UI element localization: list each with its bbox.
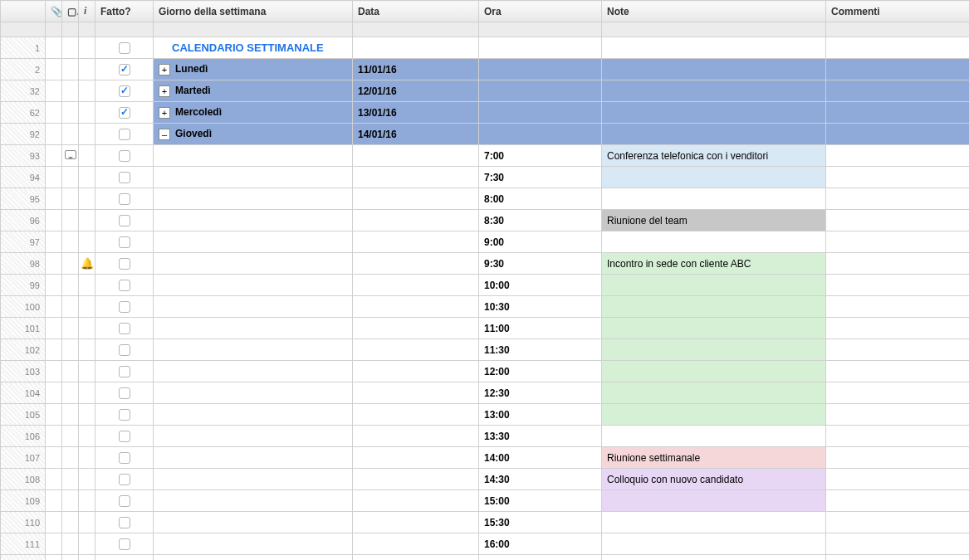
done-checkbox[interactable] — [119, 85, 130, 97]
commenti-cell[interactable] — [826, 124, 970, 145]
time-row[interactable]: 968:30Riunione del team — [1, 210, 970, 231]
data-cell[interactable]: 12/01/16 — [353, 80, 479, 102]
done-checkbox[interactable] — [119, 538, 130, 550]
attach-cell[interactable] — [46, 318, 62, 339]
attach-cell[interactable] — [46, 426, 62, 447]
fatto-cell[interactable] — [95, 102, 154, 124]
giorno-cell[interactable] — [154, 167, 353, 188]
commenti-cell[interactable] — [826, 469, 970, 490]
done-checkbox[interactable] — [119, 258, 130, 270]
ora-cell[interactable]: 10:30 — [479, 296, 602, 318]
attach-cell[interactable] — [46, 80, 62, 102]
attach-cell[interactable] — [46, 490, 62, 512]
note-cell[interactable] — [602, 80, 826, 102]
col-ora-header[interactable]: Ora — [479, 1, 602, 22]
done-checkbox[interactable] — [119, 431, 130, 442]
data-cell[interactable]: 13/01/16 — [353, 102, 479, 124]
fatto-cell[interactable] — [95, 555, 154, 561]
done-checkbox[interactable] — [119, 474, 130, 485]
data-cell[interactable] — [353, 426, 479, 447]
giorno-cell[interactable]: +Martedì — [154, 80, 353, 102]
note-cell[interactable] — [602, 59, 826, 80]
giorno-cell[interactable] — [154, 404, 353, 426]
row-number[interactable]: 97 — [1, 231, 46, 253]
commenti-cell[interactable] — [826, 167, 970, 188]
row-number[interactable]: 62 — [1, 102, 46, 124]
note-cell[interactable] — [602, 102, 826, 124]
note-cell[interactable] — [602, 490, 826, 512]
calendar-title[interactable]: CALENDARIO SETTIMANALE — [154, 37, 353, 59]
info-cell[interactable] — [79, 447, 95, 469]
ora-cell[interactable]: 10:00 — [479, 275, 602, 296]
ora-cell[interactable]: 13:00 — [479, 404, 602, 426]
fatto-cell[interactable] — [95, 533, 154, 555]
fatto-cell[interactable] — [95, 167, 154, 188]
row-number[interactable]: 105 — [1, 404, 46, 426]
col-data-header[interactable]: Data — [353, 1, 479, 22]
row-number[interactable]: 93 — [1, 145, 46, 167]
info-cell[interactable]: 🔔 — [79, 253, 95, 275]
row-number[interactable]: 108 — [1, 469, 46, 490]
time-row[interactable]: 11116:00 — [1, 533, 970, 555]
comment-cell[interactable] — [62, 469, 79, 490]
info-cell[interactable] — [79, 102, 95, 124]
giorno-cell[interactable] — [154, 426, 353, 447]
commenti-cell[interactable] — [826, 231, 970, 253]
giorno-cell[interactable] — [154, 318, 353, 339]
ora-cell[interactable]: 16:30 — [479, 555, 602, 561]
time-row[interactable]: 10915:00 — [1, 490, 970, 512]
calendar-grid[interactable]: 📎 ▢ i Fatto? Giorno della settimana Data… — [0, 0, 969, 560]
col-fatto-header[interactable]: Fatto? — [95, 1, 154, 22]
info-cell[interactable] — [79, 512, 95, 533]
info-cell[interactable] — [79, 361, 95, 382]
attach-cell[interactable] — [46, 512, 62, 533]
giorno-cell[interactable] — [154, 339, 353, 361]
done-checkbox[interactable] — [119, 301, 130, 313]
note-cell[interactable] — [602, 188, 826, 210]
time-row[interactable]: 10412:30 — [1, 382, 970, 404]
commenti-cell[interactable] — [826, 59, 970, 80]
done-checkbox[interactable] — [119, 366, 130, 377]
fatto-cell[interactable] — [95, 512, 154, 533]
row-number[interactable]: 104 — [1, 382, 46, 404]
done-checkbox[interactable] — [119, 344, 130, 356]
fatto-cell[interactable] — [95, 231, 154, 253]
fatto-cell[interactable] — [95, 210, 154, 231]
fatto-cell[interactable] — [95, 124, 154, 145]
col-note-header[interactable]: Note — [602, 1, 826, 22]
note-cell[interactable] — [602, 533, 826, 555]
comment-cell[interactable] — [62, 447, 79, 469]
comment-icon[interactable] — [65, 150, 76, 159]
note-cell[interactable] — [602, 167, 826, 188]
commenti-cell[interactable] — [826, 339, 970, 361]
attach-cell[interactable] — [46, 361, 62, 382]
commenti-cell[interactable] — [826, 275, 970, 296]
giorno-cell[interactable] — [154, 447, 353, 469]
info-cell[interactable] — [79, 318, 95, 339]
data-cell[interactable] — [353, 533, 479, 555]
done-checkbox[interactable] — [119, 215, 130, 226]
data-cell[interactable] — [353, 145, 479, 167]
time-row[interactable]: 98🔔9:30Incontro in sede con cliente ABC — [1, 253, 970, 275]
comment-cell[interactable] — [62, 339, 79, 361]
fatto-cell[interactable] — [95, 318, 154, 339]
attach-cell[interactable] — [46, 167, 62, 188]
row-number[interactable]: 101 — [1, 318, 46, 339]
data-cell[interactable] — [353, 382, 479, 404]
commenti-cell[interactable] — [826, 361, 970, 382]
row-number[interactable]: 92 — [1, 124, 46, 145]
row-number[interactable]: 103 — [1, 361, 46, 382]
fatto-cell[interactable] — [95, 361, 154, 382]
done-checkbox[interactable] — [119, 150, 130, 162]
fatto-cell[interactable] — [95, 490, 154, 512]
note-cell[interactable] — [602, 426, 826, 447]
comment-cell[interactable] — [62, 318, 79, 339]
info-cell[interactable] — [79, 188, 95, 210]
ora-cell[interactable]: 12:30 — [479, 382, 602, 404]
done-checkbox[interactable] — [119, 193, 130, 205]
note-cell[interactable] — [602, 361, 826, 382]
row-number[interactable]: 102 — [1, 339, 46, 361]
comment-cell[interactable] — [62, 210, 79, 231]
fatto-cell[interactable] — [95, 37, 154, 59]
ora-cell[interactable]: 7:30 — [479, 167, 602, 188]
